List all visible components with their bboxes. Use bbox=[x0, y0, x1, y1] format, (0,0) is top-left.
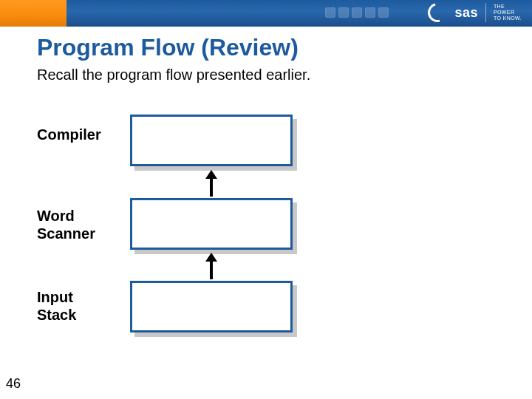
arrow-scanner-to-compiler bbox=[210, 177, 213, 197]
tagline-line: THE bbox=[494, 4, 522, 10]
box-face bbox=[130, 281, 293, 332]
banner-orange-block bbox=[0, 0, 66, 27]
top-banner: sas THE POWER TO KNOW. bbox=[0, 0, 532, 27]
tagline-line: POWER bbox=[494, 10, 522, 16]
label-line: Input bbox=[37, 288, 76, 306]
label-compiler: Compiler bbox=[37, 126, 101, 143]
slide-subtitle: Recall the program flow presented earlie… bbox=[37, 66, 310, 83]
label-input-stack: Input Stack bbox=[37, 288, 76, 324]
sas-logo: sas THE POWER TO KNOW. bbox=[428, 3, 522, 22]
tagline-line: TO KNOW. bbox=[494, 16, 522, 21]
slide-title: Program Flow (Review) bbox=[37, 34, 299, 61]
sas-tagline: THE POWER TO KNOW. bbox=[494, 4, 522, 21]
label-line: Stack bbox=[37, 306, 76, 324]
arrow-stack-to-scanner bbox=[210, 260, 213, 279]
logo-divider bbox=[485, 3, 486, 22]
sas-swoosh-icon bbox=[425, 0, 451, 26]
label-word-scanner: Word Scanner bbox=[37, 207, 95, 242]
box-face bbox=[130, 198, 293, 250]
box-face bbox=[130, 115, 293, 166]
label-line: Word bbox=[37, 207, 95, 225]
banner-dot-pattern bbox=[325, 7, 389, 18]
label-line: Scanner bbox=[37, 225, 95, 242]
page-number: 46 bbox=[6, 376, 21, 392]
sas-brand-text: sas bbox=[454, 5, 478, 21]
